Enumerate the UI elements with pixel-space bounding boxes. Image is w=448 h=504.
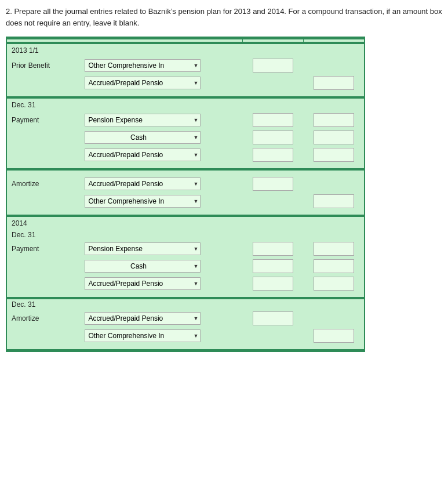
section-2014-header: 2014 <box>6 217 365 230</box>
journal-table: 2013 1/1 Prior Benefit Other Comprehensi… <box>6 37 365 352</box>
row-pension-expense-2014: Payment Pension Expense Other Comprehens… <box>6 240 365 258</box>
credit-pension-1[interactable] <box>314 113 354 127</box>
account-select-oci-1[interactable]: Other Comprehensive In Accrued/Prepaid P… <box>85 59 201 72</box>
credit-cash-2014[interactable] <box>314 259 354 273</box>
row-accrued-amortize-1: Amortize Accrued/Prepaid Pensio Other Co… <box>6 175 365 193</box>
instructions-text: 2. Prepare all the journal entries relat… <box>6 6 442 28</box>
year-2014-label: 2014 <box>12 219 27 227</box>
account-select-pension-1[interactable]: Pension Expense Other Comprehensive In A… <box>85 114 201 126</box>
dec31-2014-label: Dec. 31 <box>12 231 35 239</box>
row-accrued-2014: Accrued/Prepaid Pensio Other Comprehensi… <box>6 275 365 292</box>
credit-accrued-2014[interactable] <box>314 277 354 291</box>
debit-pension-2014[interactable] <box>253 242 293 256</box>
prior-benefit-label: Prior Benefit <box>12 61 50 70</box>
blank-row-4 <box>6 292 365 297</box>
row-oci-amortize-2014: Other Comprehensive In Accrued/Prepaid P… <box>6 327 365 345</box>
section-amortize-2014-header: Dec. 31 <box>6 299 365 310</box>
credit-oci-amortize-2014[interactable] <box>314 329 354 343</box>
payment-label-1: Payment <box>12 116 39 124</box>
row-cash-2014: Cash Other Comprehensive In Accrued/Prep… <box>6 258 365 275</box>
debit-cash-2014[interactable] <box>253 259 293 273</box>
blank-row-3 <box>6 210 365 215</box>
account-select-cash-1[interactable]: Cash Other Comprehensive In Accrued/Prep… <box>85 131 201 144</box>
credit-cash-1[interactable] <box>314 130 354 144</box>
blank-row-2 <box>6 164 365 168</box>
account-select-accrued-1[interactable]: Accrued/Prepaid Pensio Other Comprehensi… <box>85 77 201 89</box>
row-cash-1: Cash Other Comprehensive In Accrued/Prep… <box>6 129 365 146</box>
blank-row-1 <box>6 92 365 96</box>
row-oci-debit: Prior Benefit Other Comprehensive In Acc… <box>6 57 365 74</box>
amortize-label-1: Amortize <box>12 180 39 188</box>
section-2013-header: 2013 1/1 <box>6 44 365 57</box>
payment-label-2014: Payment <box>12 245 39 253</box>
account-select-pension-2014[interactable]: Pension Expense Other Comprehensive In A… <box>85 242 201 255</box>
section-dec31-header: Dec. 31 <box>6 99 365 111</box>
blank-row-5 <box>6 345 365 349</box>
amortize-label-2014: Amortize <box>12 314 39 322</box>
row-accrued-amortize-2014: Amortize Accrued/Prepaid Pensio Other Co… <box>6 310 365 327</box>
bottom-separator <box>6 349 365 351</box>
row-pension-expense-1: Payment Pension Expense Other Comprehens… <box>6 111 365 129</box>
debit-cash-1[interactable] <box>253 130 293 144</box>
dec31-amortize-2014-label: Dec. 31 <box>12 300 35 309</box>
account-select-oci-amortize-1[interactable]: Other Comprehensive In Accrued/Prepaid P… <box>85 195 201 208</box>
account-select-accrued-2[interactable]: Accrued/Prepaid Pensio Other Comprehensi… <box>85 148 201 161</box>
dec31-label: Dec. 31 <box>12 101 35 109</box>
debit-accrued-amortize-1[interactable] <box>253 177 293 191</box>
row-accrued-credit-1: Accrued/Prepaid Pensio Other Comprehensi… <box>6 74 365 92</box>
debit-accrued-2014[interactable] <box>253 277 293 291</box>
account-select-accrued-2014[interactable]: Accrued/Prepaid Pensio Other Comprehensi… <box>85 277 201 290</box>
debit-accrued-amortize-2014[interactable] <box>253 311 293 325</box>
section-amortize-header <box>6 171 365 175</box>
section-dec31-2014-header: Dec. 31 <box>6 230 365 240</box>
year-2013-label: 2013 1/1 <box>12 46 39 55</box>
debit-oci-1[interactable] <box>253 59 293 72</box>
row-oci-amortize-1: Other Comprehensive In Accrued/Prepaid P… <box>6 193 365 210</box>
row-accrued-2: Accrued/Prepaid Pensio Other Comprehensi… <box>6 146 365 164</box>
credit-pension-2014[interactable] <box>314 242 354 256</box>
credit-oci-amortize-1[interactable] <box>314 194 354 208</box>
account-select-accrued-amortize-2014[interactable]: Accrued/Prepaid Pensio Other Comprehensi… <box>85 312 201 325</box>
debit-pension-1[interactable] <box>253 113 293 127</box>
account-select-cash-2014[interactable]: Cash Other Comprehensive In Accrued/Prep… <box>85 260 201 273</box>
debit-accrued-2[interactable] <box>253 148 293 162</box>
account-select-oci-amortize-2014[interactable]: Other Comprehensive In Accrued/Prepaid P… <box>85 329 201 342</box>
credit-accrued-2[interactable] <box>314 148 354 162</box>
credit-accrued-1[interactable] <box>314 76 354 90</box>
account-select-accrued-amortize-1[interactable]: Accrued/Prepaid Pensio Other Comprehensi… <box>85 177 201 190</box>
